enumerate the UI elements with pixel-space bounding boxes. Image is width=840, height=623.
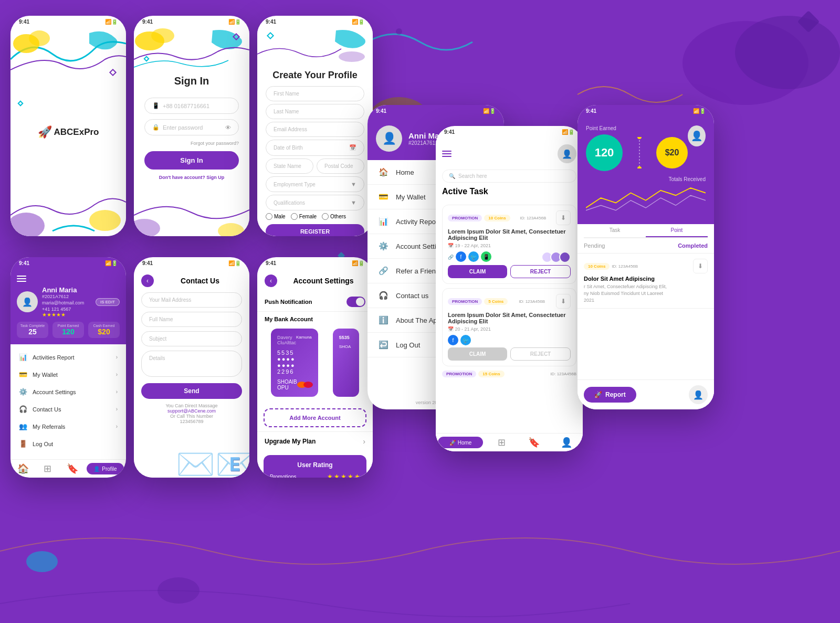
hamburger-menu[interactable]	[17, 276, 26, 282]
nav-grid[interactable]: ⊞	[35, 463, 60, 474]
gender-male[interactable]: Male	[266, 213, 286, 220]
postal-input[interactable]: Postal Code	[317, 159, 364, 174]
upgrade-arrow: ›	[363, 437, 365, 446]
state-input[interactable]: State Name	[266, 159, 313, 174]
bottom-nav-tasks: 🚀 Home ⊞ 🔖 👤	[436, 433, 583, 451]
add-account-button[interactable]: Add More Account	[264, 408, 366, 427]
nav-bookmark-tasks[interactable]: 🔖	[518, 437, 550, 448]
push-notification-toggle[interactable]	[346, 297, 365, 307]
register-button[interactable]: REGISTER	[266, 224, 364, 236]
task-card-2: PROMOTION 5 Coins ID: 123A456B ⬇ Lorem I…	[442, 288, 576, 366]
points-tabs: Task Point	[584, 224, 708, 238]
twitter-icon[interactable]: 🐦	[468, 251, 479, 262]
contact-header: ‹ Contact Us	[134, 269, 249, 292]
download-icon-points[interactable]: ⬇	[693, 259, 708, 273]
report-button[interactable]: 🚀 Report	[584, 387, 636, 403]
push-notification-row: Push Notification	[257, 292, 373, 312]
menu-contact[interactable]: 🎧 Contact Us ›	[10, 400, 126, 418]
email-input[interactable]: Email Address	[266, 122, 364, 137]
upgrade-plan-row[interactable]: Upgrade My Plan ›	[257, 431, 373, 451]
signup-link[interactable]: Sign Up	[206, 175, 224, 180]
lastname-input[interactable]: Last Name	[266, 104, 364, 119]
create-profile-heading: Create Your Profile	[266, 70, 364, 81]
signal-8: 📶🔋	[562, 129, 574, 135]
phone-account-settings: 9:41 📶🔋 ‹ Account Settings Push Notifica…	[257, 257, 373, 478]
phone-input[interactable]: 📱 +88 01687716661	[144, 98, 239, 114]
menu-logout[interactable]: 🚪 Log Out	[10, 435, 126, 452]
firstname-input[interactable]: First Name	[266, 86, 364, 101]
menu-account-settings[interactable]: ⚙️ Account Settings ›	[10, 383, 126, 400]
time-3: 9:41	[266, 19, 276, 25]
whatsapp-icon[interactable]: 📱	[481, 251, 491, 262]
bottom-nav: 🏠 ⊞ 🔖 👤 Profile	[10, 459, 126, 478]
search-bar[interactable]: 🔍 Search here	[442, 170, 576, 183]
employment-input[interactable]: Employment Type ▼	[266, 176, 364, 192]
password-input[interactable]: 🔒 Enter password 👁	[144, 119, 239, 135]
completed-label: Completed	[678, 242, 708, 249]
nav-profile[interactable]: 👤 Profile	[87, 463, 124, 474]
contact-title: Contact Us	[158, 277, 242, 285]
signal-1: 📶🔋	[105, 19, 118, 25]
time-4: 9:41	[19, 260, 29, 266]
claim-btn-1[interactable]: CLAIM	[448, 265, 507, 278]
download-icon-2[interactable]: ⬇	[556, 294, 571, 309]
gender-female[interactable]: Female	[291, 213, 317, 220]
fullname-input[interactable]: Full Name	[141, 312, 242, 327]
rating-promotions: Promotions ★ ★ ★ ★ ★	[270, 473, 360, 478]
facebook-icon-2[interactable]: f	[448, 335, 458, 345]
facebook-icon[interactable]: f	[456, 251, 466, 262]
status-bar-3: 9:41 📶🔋	[257, 16, 373, 28]
upgrade-label: Upgrade My Plan	[265, 438, 363, 445]
phone-splash: 9:41 📶🔋 🚀 ABCExPro	[10, 16, 126, 236]
nav-home[interactable]: 🏠	[10, 463, 35, 474]
download-icon-1[interactable]: ⬇	[556, 210, 571, 225]
email-link[interactable]: support@ABCene.com	[141, 408, 242, 414]
nav-bookmark[interactable]: 🔖	[60, 463, 85, 474]
point-count: 120	[55, 328, 82, 336]
gender-others[interactable]: Others	[322, 213, 346, 220]
status-bar-2: 9:41 📶🔋	[134, 16, 249, 28]
report-bar: 🚀 Report 👤	[578, 379, 714, 409]
nav-grid-tasks[interactable]: ⊞	[485, 437, 518, 448]
subject-input[interactable]: Subject	[141, 331, 242, 346]
pending-completed-tabs: Pending Completed	[578, 238, 714, 254]
forgot-password[interactable]: Forgot your password?	[144, 141, 239, 146]
phone-placeholder: +88 01687716661	[163, 103, 209, 109]
reject-btn-2[interactable]: REJECT	[510, 347, 571, 361]
dob-input[interactable]: Date of Birth 📅	[266, 140, 364, 156]
reject-btn-1[interactable]: REJECT	[510, 265, 571, 278]
profile-icon-points[interactable]: 👤	[689, 385, 708, 404]
menu-activities[interactable]: 📊 Activities Report ›	[10, 349, 126, 366]
nav-person-tasks[interactable]: 👤	[550, 437, 583, 448]
menu-wallet[interactable]: 💳 My Wallet ›	[10, 366, 126, 383]
mail-input[interactable]: Your Mail Address	[141, 292, 242, 308]
hamburger-tasks[interactable]	[442, 151, 452, 157]
logo: 🚀 ABCExPro	[38, 125, 99, 139]
task-complete-stat: Task Complete 25	[17, 322, 48, 338]
svg-point-13	[151, 28, 174, 43]
back-button-settings[interactable]: ‹	[265, 274, 277, 287]
search-placeholder: Search here	[458, 173, 487, 179]
qualifications-input[interactable]: Qualifications ▼	[266, 195, 364, 210]
active-task-title: Active Task	[436, 187, 583, 200]
svg-point-1	[682, 21, 808, 105]
menu-referrals[interactable]: 👥 My Referrals ›	[10, 418, 126, 435]
phone-points: 9:41 📶🔋 Point Earned 120	[578, 105, 714, 409]
edit-button[interactable]: IS EDIT	[96, 298, 120, 306]
tab-point[interactable]: Point	[646, 224, 708, 237]
twitter-icon-2[interactable]: 🐦	[460, 335, 471, 345]
task-card-1: PROMOTION 10 Coins ID: 123A456B ⬇ Lorem …	[442, 205, 576, 284]
claim-btn-2[interactable]: CLAIM	[448, 347, 507, 361]
back-button[interactable]: ‹	[141, 274, 154, 287]
tab-task[interactable]: Task	[584, 224, 646, 237]
status-bar-7: 9:41 📶🔋	[368, 105, 504, 117]
time-9: 9:41	[586, 108, 596, 114]
svg-point-11	[89, 210, 121, 231]
mini-chart	[586, 182, 706, 214]
send-button[interactable]: Send	[141, 383, 242, 399]
nav-home-tasks[interactable]: 🚀 Home	[438, 437, 483, 448]
details-input[interactable]: Details	[141, 351, 242, 377]
task-year-points: 2021	[584, 298, 708, 303]
signin-button[interactable]: Sign In	[144, 151, 239, 170]
push-notification-label: Push Notification	[265, 299, 346, 305]
